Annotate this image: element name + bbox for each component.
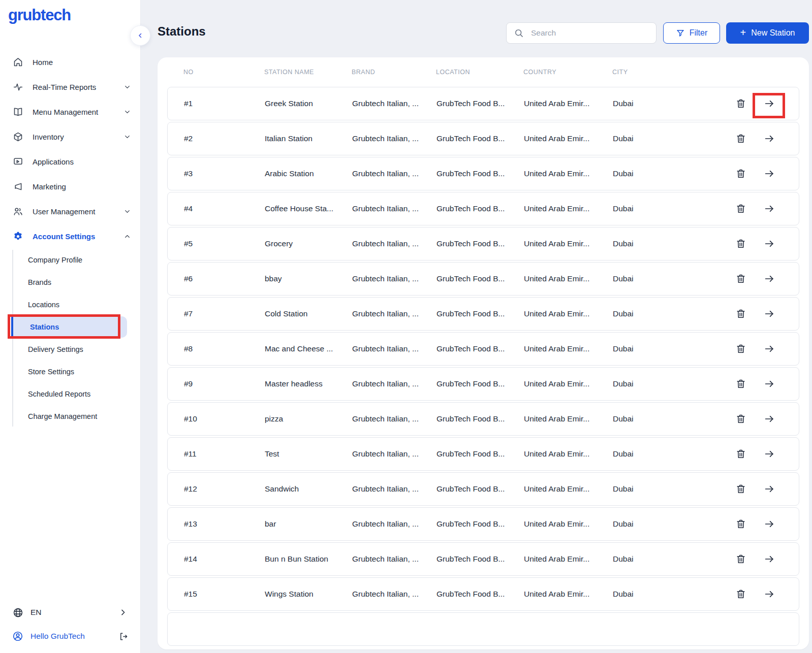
sidebar-item-real-time-reports[interactable]: Real-Time Reports [0,75,141,100]
sidebar-item-inventory[interactable]: Inventory [0,124,141,149]
cell-station-name: Cold Station [265,309,352,318]
cell-no: #3 [184,169,265,178]
table-row[interactable]: #3 Arabic Station Grubtech Italian, ... … [167,157,799,190]
cell-city: Dubai [613,484,709,494]
row-actions [709,553,775,565]
open-station-arrow-button[interactable] [763,97,775,110]
cell-brand: Grubtech Italian, ... [352,169,436,178]
open-station-arrow-button[interactable] [763,168,775,180]
chevron-down-icon [123,108,132,116]
sidebar-item-marketing[interactable]: Marketing [0,174,141,199]
table-row[interactable]: #13 bar Grubtech Italian, ... GrubTech F… [167,507,799,541]
delete-station-button[interactable] [735,343,747,355]
column-header-location: LOCATION [436,69,523,76]
open-station-arrow-button[interactable] [763,448,775,460]
cell-brand: Grubtech Italian, ... [352,344,436,353]
delete-station-button[interactable] [735,588,747,600]
sidebar-subitem-store-settings[interactable]: Store Settings [0,361,141,383]
sidebar-item-account-settings[interactable]: Account Settings [0,224,141,249]
table-row[interactable]: #9 Master headless Grubtech Italian, ...… [167,367,799,401]
user-circle-icon [12,631,23,642]
cell-country: United Arab Emir... [524,449,613,459]
cell-city: Dubai [613,204,709,213]
open-station-arrow-button[interactable] [763,588,775,600]
delete-station-button[interactable] [735,308,747,320]
sidebar-subitem-company-profile[interactable]: Company Profile [0,249,141,271]
delete-station-button[interactable] [735,553,747,565]
open-station-arrow-button[interactable] [763,483,775,495]
delete-station-button[interactable] [735,133,747,145]
sidebar-item-user-management[interactable]: User Management [0,199,141,224]
cell-location: GrubTech Food B... [436,449,524,459]
sidebar-subitem-stations[interactable]: Stations [11,316,127,338]
user-menu[interactable]: Hello GrubTech [0,626,141,646]
logout-icon[interactable] [117,631,129,642]
open-station-arrow-button[interactable] [763,553,775,565]
row-actions [709,133,775,145]
sidebar-item-applications[interactable]: Applications [0,149,141,174]
table-row[interactable]: #14 Bun n Bun Station Grubtech Italian, … [167,542,799,576]
sidebar-subitem-charge-management[interactable]: Charge Management [0,405,141,428]
cell-no: #7 [184,309,265,318]
sidebar-subitem-scheduled-reports[interactable]: Scheduled Reports [0,383,141,405]
table-row[interactable]: #8 Mac and Cheese ... Grubtech Italian, … [167,332,799,366]
sidebar-item-menu-management[interactable]: Menu Management [0,100,141,124]
cell-brand: Grubtech Italian, ... [352,554,436,564]
cell-country: United Arab Emir... [524,519,613,529]
home-icon [12,57,23,68]
sidebar-subitem-delivery-settings[interactable]: Delivery Settings [0,338,141,361]
open-station-arrow-button[interactable] [763,518,775,530]
open-station-arrow-button[interactable] [763,203,775,215]
open-station-arrow-button[interactable] [763,273,775,285]
row-actions [709,378,775,390]
filter-button[interactable]: Filter [663,22,720,44]
language-selector[interactable]: EN [0,602,141,623]
table-row[interactable]: #12 Sandwich Grubtech Italian, ... GrubT… [167,472,799,506]
delete-station-button[interactable] [735,238,747,250]
open-station-arrow-button[interactable] [763,413,775,425]
open-station-arrow-button[interactable] [763,133,775,145]
sidebar-item-label: Inventory [33,133,123,141]
table-row[interactable]: #15 Wings Station Grubtech Italian, ... … [167,577,799,611]
delete-station-button[interactable] [735,413,747,425]
cell-station-name: Test [265,449,352,459]
gear-icon [12,231,23,242]
table-row[interactable]: #1 Greek Station Grubtech Italian, ... G… [167,87,799,120]
table-row[interactable]: #11 Test Grubtech Italian, ... GrubTech … [167,437,799,471]
sidebar-subitem-locations[interactable]: Locations [0,293,141,316]
cell-location: GrubTech Food B... [436,379,524,388]
cell-country: United Arab Emir... [524,169,613,178]
delete-station-button[interactable] [735,203,747,215]
cell-country: United Arab Emir... [524,134,613,143]
cell-city: Dubai [613,274,709,283]
cell-city: Dubai [613,414,709,423]
table-row[interactable]: #5 Grocery Grubtech Italian, ... GrubTec… [167,227,799,260]
table-row[interactable]: #10 pizza Grubtech Italian, ... GrubTech… [167,402,799,436]
delete-station-button[interactable] [735,483,747,495]
cell-no: #5 [184,239,265,248]
new-station-button[interactable]: + New Station [726,22,809,44]
delete-station-button[interactable] [735,273,747,285]
cell-brand: Grubtech Italian, ... [352,414,436,423]
open-station-arrow-button[interactable] [763,238,775,250]
table-row[interactable]: #2 Italian Station Grubtech Italian, ...… [167,122,799,155]
delete-station-button[interactable] [735,378,747,390]
row-actions [709,483,775,495]
sidebar-collapse-button[interactable] [130,25,150,46]
row-actions [709,413,775,425]
cell-no: #6 [184,274,265,283]
delete-station-button[interactable] [735,518,747,530]
open-station-arrow-button[interactable] [763,378,775,390]
sidebar-item-home[interactable]: Home [0,50,141,75]
delete-station-button[interactable] [735,168,747,180]
search-input[interactable] [531,28,649,38]
delete-station-button[interactable] [735,97,747,110]
table-row[interactable]: #6 bbay Grubtech Italian, ... GrubTech F… [167,262,799,296]
open-station-arrow-button[interactable] [763,308,775,320]
sidebar-subitem-brands[interactable]: Brands [0,271,141,293]
cell-brand: Grubtech Italian, ... [352,484,436,494]
table-row[interactable]: #4 Coffee House Sta... Grubtech Italian,… [167,192,799,225]
delete-station-button[interactable] [735,448,747,460]
open-station-arrow-button[interactable] [763,343,775,355]
table-row[interactable]: #7 Cold Station Grubtech Italian, ... Gr… [167,297,799,331]
